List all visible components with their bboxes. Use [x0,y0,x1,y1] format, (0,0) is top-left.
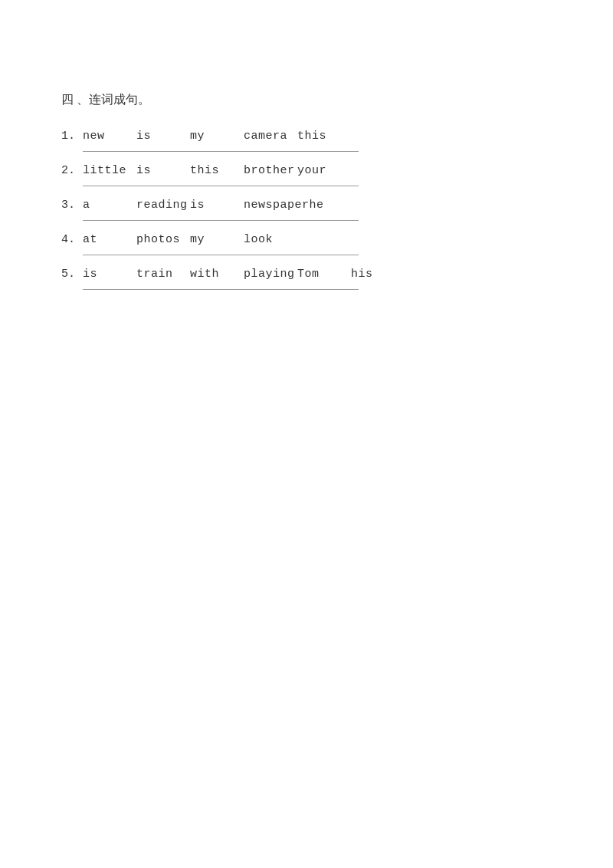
word: reading [136,199,190,212]
list-item: 1.newismycamerathis [61,130,552,152]
section-title: 四 、连词成句。 [61,92,552,108]
item-number: 4. [61,233,83,246]
word: train [136,268,190,281]
word: with [190,268,244,281]
words-row: 1.newismycamerathis [61,130,552,147]
list-item: 3.areadingisnewspaperhe [61,199,552,221]
word: is [136,164,190,177]
words-row: 5.istrainwithplayingTomhis [61,268,552,285]
word: he [310,199,363,212]
word: is [190,199,244,212]
answer-line[interactable] [83,285,359,290]
word: at [83,233,136,246]
words-row: 4.atphotosmylook [61,233,552,251]
word: playing [244,268,297,281]
word: my [190,233,244,246]
answer-line[interactable] [83,182,359,186]
word: Tom [297,268,351,281]
page-container: 四 、连词成句。 1.newismycamerathis2.littleisth… [0,0,613,348]
word: his [351,268,405,281]
word: is [83,268,136,281]
word: a [83,199,136,212]
item-number: 5. [61,268,83,281]
word: photos [136,233,190,246]
word: new [83,130,136,143]
words-row: 3.areadingisnewspaperhe [61,199,552,216]
word: this [297,130,351,143]
exercise-list: 1.newismycamerathis2.littleisthisbrother… [61,130,552,290]
list-item: 2.littleisthisbrotheryour [61,164,552,186]
word: look [244,233,297,246]
word: is [136,130,190,143]
word: brother [244,164,297,177]
answer-line[interactable] [83,251,359,255]
answer-line[interactable] [83,216,359,221]
word: your [297,164,351,177]
item-number: 1. [61,130,83,143]
word: newspaper [244,199,310,212]
word: little [83,164,136,177]
word: camera [244,130,297,143]
list-item: 5.istrainwithplayingTomhis [61,268,552,290]
word: this [190,164,244,177]
words-row: 2.littleisthisbrotheryour [61,164,552,182]
item-number: 3. [61,199,83,212]
item-number: 2. [61,164,83,177]
list-item: 4.atphotosmylook [61,233,552,255]
word: my [190,130,244,143]
answer-line[interactable] [83,147,359,152]
